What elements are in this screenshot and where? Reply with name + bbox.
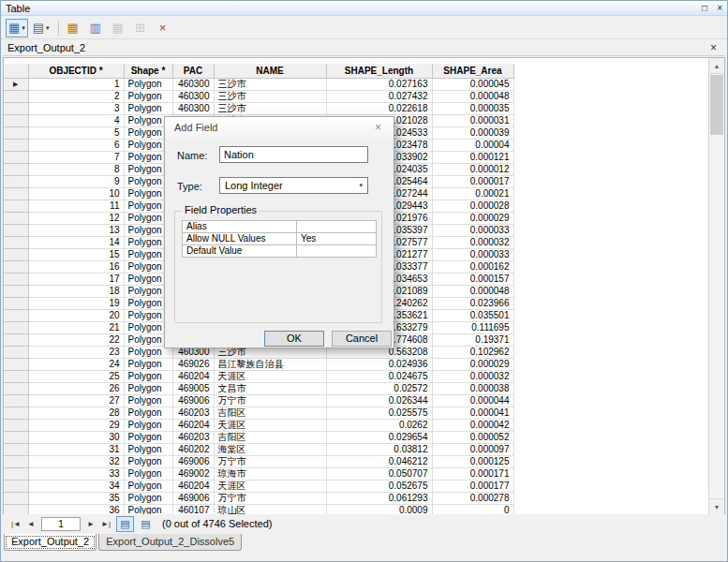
cell-shape-length[interactable]: 0.026344 (326, 394, 432, 407)
cell-objectid[interactable]: 29 (28, 419, 124, 431)
sheet-tab-0[interactable]: Export_Output_2 (4, 534, 97, 551)
cell-shape-area[interactable]: 0.000162 (432, 260, 513, 273)
cell-objectid[interactable]: 18 (28, 285, 124, 297)
cell-objectid[interactable]: 33 (28, 467, 124, 480)
cell-pac[interactable]: 469026 (172, 358, 214, 370)
cell-shape-area[interactable]: 0.111695 (432, 321, 513, 333)
row-selector[interactable] (4, 260, 28, 273)
row-selector[interactable] (4, 467, 28, 480)
table-options-button[interactable]: ▦▾ (6, 19, 28, 37)
sheet-tab-1[interactable]: Export_Output_2_Dissolve5 (98, 534, 242, 551)
cell-objectid[interactable]: 35 (28, 492, 124, 504)
cell-pac[interactable]: 460202 (172, 443, 214, 455)
cell-objectid[interactable]: 30 (28, 431, 124, 443)
cell-shape[interactable]: Polygon (124, 394, 172, 407)
cell-pac[interactable]: 460300 (172, 90, 214, 102)
row-selector[interactable] (4, 394, 28, 407)
cell-shape-length[interactable]: 0.024675 (326, 370, 432, 382)
cell-objectid[interactable]: 7 (28, 151, 124, 163)
current-record-input[interactable]: 1 (41, 517, 81, 531)
cell-shape-length[interactable]: 0.029654 (326, 431, 432, 443)
row-selector[interactable] (4, 285, 28, 297)
scroll-down-button[interactable]: ▼ (709, 498, 724, 514)
cell-pac[interactable]: 469002 (172, 467, 214, 480)
row-selector[interactable] (4, 333, 28, 346)
column-header-shape-length[interactable]: SHAPE_Length (326, 64, 432, 78)
cell-name[interactable]: 昌江黎族自治县 (214, 358, 326, 370)
cell-shape-area[interactable]: 0.023966 (432, 297, 513, 309)
cell-objectid[interactable]: 22 (28, 333, 124, 346)
cell-shape-length[interactable]: 0.025575 (326, 407, 432, 419)
cell-shape-length[interactable]: 0.046212 (326, 455, 432, 467)
show-selected-records-button[interactable]: ▤ (137, 516, 155, 532)
select-by-attributes-button[interactable]: ▦ (63, 19, 83, 37)
cell-shape-length[interactable]: 0.03812 (326, 443, 432, 455)
cell-shape-area[interactable]: 0.000045 (432, 78, 513, 90)
cell-name[interactable]: 三沙市 (214, 90, 326, 102)
cell-objectid[interactable]: 1 (28, 78, 124, 90)
cell-objectid[interactable]: 4 (28, 114, 124, 126)
cell-shape[interactable]: Polygon (124, 78, 172, 90)
cell-objectid[interactable]: 6 (28, 139, 124, 151)
scroll-up-button[interactable]: ▲ (709, 58, 724, 74)
cell-shape[interactable]: Polygon (124, 480, 172, 492)
cell-shape-area[interactable]: 0.000017 (432, 175, 513, 187)
cell-objectid[interactable]: 2 (28, 90, 124, 102)
cell-objectid[interactable]: 19 (28, 297, 124, 309)
row-selector[interactable] (4, 163, 28, 175)
cell-shape-area[interactable]: 0.000039 (432, 126, 513, 139)
property-value-alias[interactable] (297, 221, 377, 233)
cell-shape-area[interactable]: 0.102962 (432, 346, 513, 358)
cell-pac[interactable]: 469006 (172, 455, 214, 467)
cell-shape-area[interactable]: 0.000097 (432, 443, 513, 455)
cell-pac[interactable]: 460300 (172, 102, 214, 114)
cell-objectid[interactable]: 27 (28, 394, 124, 407)
cell-shape-length[interactable]: 0.0262 (326, 419, 432, 431)
name-input[interactable] (219, 146, 368, 163)
cell-shape[interactable]: Polygon (124, 358, 172, 370)
row-selector[interactable] (4, 90, 28, 102)
cell-shape-area[interactable]: 0.000278 (432, 492, 513, 504)
cell-name[interactable]: 海棠区 (214, 443, 326, 455)
cell-shape[interactable]: Polygon (124, 492, 172, 504)
cell-objectid[interactable]: 17 (28, 273, 124, 285)
cell-shape-area[interactable]: 0.000012 (432, 163, 513, 175)
cell-name[interactable]: 万宁市 (214, 394, 326, 407)
cell-shape-length[interactable]: 0.061293 (326, 492, 432, 504)
row-selector[interactable] (4, 443, 28, 455)
cell-pac[interactable]: 460204 (172, 370, 214, 382)
row-selector[interactable] (4, 407, 28, 419)
cell-shape-length[interactable]: 0.027163 (326, 78, 432, 90)
row-selector[interactable] (4, 139, 28, 151)
cell-objectid[interactable]: 10 (28, 187, 124, 200)
property-value-default-value[interactable] (297, 245, 377, 258)
ok-button[interactable]: OK (264, 331, 324, 347)
cell-shape[interactable]: Polygon (124, 443, 172, 455)
cell-shape-area[interactable]: 0.000029 (432, 212, 513, 224)
gutter-header[interactable] (4, 64, 28, 78)
cell-objectid[interactable]: 24 (28, 358, 124, 370)
row-selector[interactable] (4, 224, 28, 236)
row-selector[interactable] (4, 346, 28, 358)
row-selector[interactable] (4, 187, 28, 200)
cell-name[interactable]: 三沙市 (214, 102, 326, 114)
cell-shape-area[interactable]: 0.000125 (432, 455, 513, 467)
cell-name[interactable]: 三沙市 (214, 78, 326, 90)
cell-shape-length[interactable]: 0.02572 (326, 382, 432, 394)
previous-record-button[interactable]: ◄ (23, 516, 38, 531)
cell-shape-area[interactable]: 0.19371 (432, 333, 513, 346)
cell-pac[interactable]: 460300 (172, 78, 214, 90)
cell-objectid[interactable]: 5 (28, 126, 124, 139)
row-selector[interactable] (4, 248, 28, 260)
row-selector[interactable] (4, 480, 28, 492)
row-selector[interactable] (4, 358, 28, 370)
row-selector[interactable] (4, 370, 28, 382)
cell-objectid[interactable]: 8 (28, 163, 124, 175)
cell-shape-length[interactable]: 0.050707 (326, 467, 432, 480)
cell-pac[interactable]: 469005 (172, 382, 214, 394)
cell-shape-length[interactable]: 0.024936 (326, 358, 432, 370)
cell-shape-area[interactable]: 0.000121 (432, 151, 513, 163)
dialog-close-button[interactable]: × (372, 121, 384, 134)
next-record-button[interactable]: ► (83, 516, 98, 531)
cell-shape-area[interactable]: 0.000171 (432, 467, 513, 480)
